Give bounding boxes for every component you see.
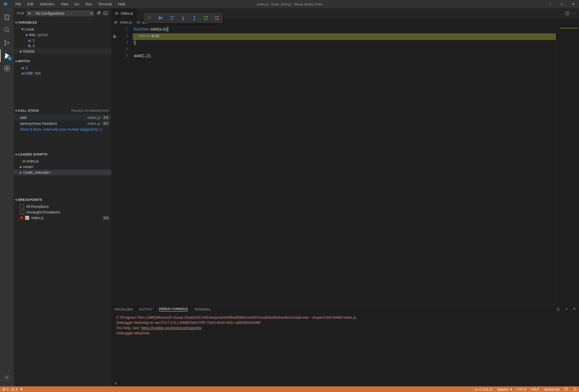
settings-gear-icon[interactable]	[0, 371, 14, 384]
loaded-scripts-header[interactable]: LOADED SCRIPTS	[14, 151, 111, 158]
var-group-global[interactable]: Global	[14, 48, 111, 54]
svg-point-11	[6, 377, 8, 378]
debug-sidebar: RUN No Configurations VARIABLES Local th…	[14, 8, 111, 386]
close-button[interactable]: ✕	[567, 0, 579, 8]
step-out-icon[interactable]	[191, 15, 197, 21]
stop-icon[interactable]	[214, 15, 220, 21]
svg-rect-13	[104, 12, 108, 15]
debug-console-output[interactable]: C:\Program Files (x86)\Microsoft Visual …	[111, 314, 579, 380]
errors-count[interactable]: 0	[2, 387, 8, 391]
menu-edit[interactable]: Edit	[25, 1, 36, 7]
stack-frame[interactable]: (anonymous function)index.js5:1	[14, 120, 111, 126]
var-a[interactable]: a: 1	[25, 38, 111, 43]
debug-config-select[interactable]: No Configurations	[33, 10, 94, 16]
start-debug-icon[interactable]	[27, 11, 32, 16]
checkbox[interactable]	[20, 210, 24, 214]
menu-bar: File Edit Selection View Go Run Terminal…	[10, 1, 128, 7]
more-actions-icon[interactable]: ···	[573, 11, 576, 16]
breakpoint-uncaught-exceptions[interactable]: Uncaught Exceptions	[14, 209, 111, 215]
show-more-frames[interactable]: Show 6 More: read-only core module (skip…	[14, 126, 111, 132]
close-panel-icon[interactable]: ✕	[573, 307, 576, 312]
warnings-count[interactable]: 0	[11, 387, 17, 391]
watch-header[interactable]: WATCH	[14, 57, 111, 65]
variables-header[interactable]: VARIABLES	[14, 19, 111, 26]
vscode-logo-icon	[0, 2, 10, 6]
breakpoint-all-exceptions[interactable]: All Exceptions	[14, 204, 111, 209]
svg-point-5	[8, 42, 9, 43]
svg-rect-8	[7, 66, 9, 68]
loaded-script-item[interactable]: JSindex.js	[14, 158, 111, 164]
run-label: RUN	[17, 12, 24, 15]
var-this[interactable]: this: global	[25, 32, 111, 38]
cube-icon	[136, 20, 141, 24]
panel-tab-problems[interactable]: PROBLEMS	[114, 307, 133, 311]
status-bar: 0 0 Ln 2, Col 12 Spaces: 4 UTF-8 CRLF Ja…	[0, 386, 579, 392]
bottom-panel: PROBLEMS OUTPUT DEBUG CONSOLE TERMINAL ✕…	[111, 304, 579, 386]
split-editor-icon[interactable]	[565, 11, 570, 16]
minimap[interactable]	[556, 26, 579, 304]
menu-go[interactable]: Go	[72, 1, 82, 7]
step-into-icon[interactable]	[180, 15, 186, 21]
language-mode[interactable]: JavaScript	[544, 387, 560, 391]
svg-point-4	[5, 44, 6, 45]
maximize-button[interactable]: □	[556, 0, 567, 8]
menu-view[interactable]: View	[58, 1, 71, 7]
editor-area: JSindex.js ··· JS index.js › add 1 2 3	[111, 8, 579, 386]
titlebar: File Edit Selection View Go Run Terminal…	[0, 0, 579, 8]
svg-rect-19	[216, 17, 218, 19]
stack-frame[interactable]: addindex.js2:5	[14, 115, 111, 120]
status-debug-icon[interactable]	[20, 387, 24, 391]
menu-terminal[interactable]: Terminal	[96, 1, 114, 7]
var-b[interactable]: b: 2	[25, 43, 111, 48]
svg-rect-7	[4, 66, 7, 68]
menu-file[interactable]: File	[13, 1, 24, 7]
watch-item[interactable]: a: 1	[20, 65, 111, 70]
step-over-icon[interactable]	[169, 15, 175, 21]
encoding-info[interactable]: UTF-8	[517, 387, 526, 391]
var-group-local[interactable]: Local	[20, 26, 111, 32]
menu-selection[interactable]: Selection	[37, 1, 57, 7]
eol-info[interactable]: CRLF	[531, 387, 539, 391]
debug-toolbar[interactable]: ⠿	[144, 13, 223, 23]
loaded-script-item[interactable]: <eval>	[14, 164, 111, 170]
indent-info[interactable]: Spaces: 4	[497, 387, 512, 391]
source-control-icon[interactable]	[0, 36, 14, 49]
panel-tab-terminal[interactable]: TERMINAL	[194, 307, 211, 311]
svg-rect-10	[7, 69, 9, 71]
code-editor[interactable]: 1 2 3 4 5 function add(a,b){ return a+b;…	[111, 26, 579, 304]
cursor-position[interactable]: Ln 2, Col 12	[475, 387, 493, 391]
watch-item[interactable]: a+100: 101	[20, 70, 111, 76]
line-numbers: 1 2 3 4 5	[119, 26, 133, 304]
search-icon[interactable]	[0, 24, 14, 36]
svg-point-18	[194, 19, 195, 20]
menu-run[interactable]: Run	[83, 1, 95, 7]
editor-tab[interactable]: JSindex.js	[111, 8, 137, 18]
extensions-icon[interactable]	[0, 62, 14, 75]
window-title: index.js - Node_Debug - Visual Studio Co…	[257, 2, 322, 6]
inspector-docs-link[interactable]: https://nodejs.org/en/docs/inspector	[141, 326, 202, 330]
drag-handle-icon[interactable]: ⠿	[146, 15, 152, 21]
loaded-script-item[interactable]: <node_internals>	[14, 170, 111, 175]
feedback-icon[interactable]	[564, 387, 568, 391]
callstack-section: CALL STACKPAUSED ON BREAKPOINT addindex.…	[14, 107, 111, 150]
minimize-button[interactable]: –	[544, 0, 556, 8]
notifications-icon[interactable]	[573, 387, 577, 391]
explorer-icon[interactable]	[0, 11, 14, 24]
checkbox[interactable]	[20, 204, 24, 209]
callstack-header[interactable]: CALL STACKPAUSED ON BREAKPOINT	[14, 107, 111, 115]
panel-tab-output[interactable]: OUTPUT	[139, 307, 153, 311]
menu-help[interactable]: Help	[115, 1, 128, 7]
debug-console-toggle-icon[interactable]	[103, 11, 108, 16]
debug-console-input[interactable]	[111, 380, 579, 386]
breakpoints-header[interactable]: BREAKPOINTS	[14, 196, 111, 204]
panel-tab-debug-console[interactable]: DEBUG CONSOLE	[159, 307, 188, 312]
filter-icon[interactable]	[556, 307, 560, 312]
variables-section: VARIABLES Local this: global a: 1 b: 2 G…	[14, 18, 111, 54]
restart-icon[interactable]	[203, 15, 209, 21]
checkbox[interactable]	[25, 216, 29, 220]
run-debug-icon[interactable]: 1	[0, 49, 14, 62]
collapse-panel-icon[interactable]	[564, 307, 569, 312]
breakpoint-item[interactable]: index.js2:5	[14, 215, 111, 221]
continue-icon[interactable]	[157, 15, 164, 21]
js-file-icon: JS	[115, 12, 118, 15]
